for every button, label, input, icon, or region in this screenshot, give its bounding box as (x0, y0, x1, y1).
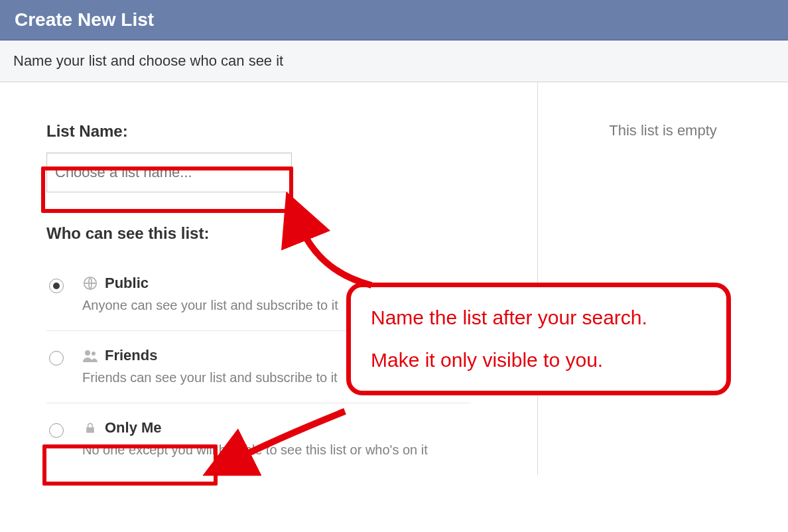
option-friends-name: Friends (105, 347, 157, 364)
annotation-arrow-to-onlyme (212, 398, 358, 478)
svg-point-1 (85, 350, 90, 356)
lock-icon (82, 420, 98, 436)
annotation-highlight-input (41, 166, 293, 213)
friends-icon (82, 348, 98, 364)
annotation-text-line2: Make it only visible to you. (371, 347, 706, 373)
list-name-label: List Name: (46, 122, 537, 141)
radio-public[interactable] (49, 279, 64, 293)
empty-list-text: This list is empty (609, 122, 717, 139)
globe-icon (82, 275, 98, 291)
annotation-arrow-to-input (279, 199, 391, 299)
option-public-name: Public (105, 275, 149, 292)
dialog-subtitle: Name your list and choose who can see it (0, 40, 788, 82)
annotation-callout: Name the list after your search. Make it… (346, 283, 731, 395)
list-members-panel: This list is empty (537, 82, 788, 475)
dialog-subtitle-text: Name your list and choose who can see it (13, 52, 283, 69)
radio-friends[interactable] (49, 351, 64, 366)
annotation-text-line1: Name the list after your search. (371, 304, 706, 331)
radio-onlyme[interactable] (49, 423, 64, 438)
svg-point-2 (92, 352, 96, 356)
dialog-title: Create New List (0, 0, 788, 40)
dialog-title-text: Create New List (15, 9, 154, 30)
annotation-highlight-onlyme (42, 444, 218, 486)
option-onlyme-name: Only Me (105, 419, 162, 436)
svg-rect-3 (86, 427, 94, 432)
